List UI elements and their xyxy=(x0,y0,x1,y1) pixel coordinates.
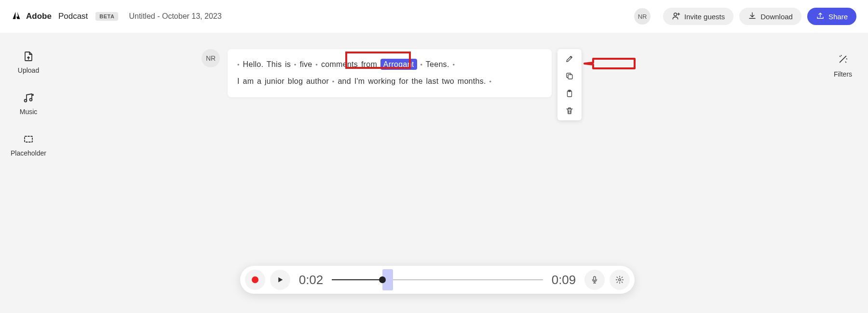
pause-dot-icon: • xyxy=(294,61,297,68)
pencil-icon xyxy=(565,54,574,63)
brand-group: Adobe Podcast BETA xyxy=(12,11,118,22)
pause-dot-icon: • xyxy=(237,61,240,68)
svg-rect-4 xyxy=(568,75,572,79)
mic-button[interactable] xyxy=(584,270,605,290)
context-toolbar xyxy=(557,49,582,120)
download-button[interactable]: Download xyxy=(739,8,801,25)
pause-dot-icon: • xyxy=(452,61,455,68)
invite-label: Invite guests xyxy=(684,13,725,21)
music-label: Music xyxy=(20,108,38,116)
settings-button[interactable] xyxy=(610,270,630,290)
copy-button[interactable] xyxy=(565,71,574,81)
play-icon xyxy=(276,275,285,284)
transcript-block: NR • Hello. This is • five • comments fr… xyxy=(202,49,552,97)
app-name-text: Podcast xyxy=(58,12,88,21)
current-time: 0:02 xyxy=(295,273,327,287)
user-avatar[interactable]: NR xyxy=(634,8,651,25)
play-button[interactable] xyxy=(270,270,290,290)
share-button[interactable]: Share xyxy=(807,8,856,25)
right-sidebar: Filters xyxy=(818,33,868,313)
svg-point-8 xyxy=(619,279,621,281)
svg-point-2 xyxy=(30,99,32,101)
record-button[interactable] xyxy=(245,270,265,290)
pause-dot-icon: • xyxy=(420,61,422,68)
beta-badge: BETA xyxy=(95,12,118,21)
download-label: Download xyxy=(760,13,793,21)
adobe-logo-icon xyxy=(12,11,21,22)
svg-rect-7 xyxy=(594,276,596,280)
sidebar-item-upload[interactable]: Upload xyxy=(18,50,39,74)
share-label: Share xyxy=(828,13,848,21)
filters-label: Filters xyxy=(834,70,852,78)
transcript-line-2[interactable]: I am a junior blog author • and I'm work… xyxy=(237,75,542,89)
pause-dot-icon: • xyxy=(332,78,335,85)
main-content: NR • Hello. This is • five • comments fr… xyxy=(57,33,818,313)
music-icon xyxy=(22,91,35,104)
svg-point-0 xyxy=(674,13,677,16)
record-dot-icon xyxy=(252,276,258,283)
document-title[interactable]: Untitled - October 13, 2023 xyxy=(129,12,221,21)
selected-word[interactable]: Arrogant xyxy=(380,59,417,70)
svg-rect-3 xyxy=(25,136,32,142)
edit-button[interactable] xyxy=(565,54,574,64)
clipboard-icon xyxy=(565,89,574,98)
upload-label: Upload xyxy=(18,66,39,74)
placeholder-icon xyxy=(22,133,35,145)
filters-button[interactable]: Filters xyxy=(834,54,852,78)
share-icon xyxy=(816,12,825,22)
app-header: Adobe Podcast BETA Untitled - October 13… xyxy=(0,0,868,33)
speaker-avatar[interactable]: NR xyxy=(202,49,220,67)
sidebar-item-placeholder[interactable]: Placeholder xyxy=(11,133,46,157)
download-icon xyxy=(748,12,757,22)
gear-icon xyxy=(615,275,624,284)
track-thumb[interactable] xyxy=(379,276,386,283)
delete-button[interactable] xyxy=(565,106,574,116)
workspace: Upload Music Placeholder NR • Hello. Thi… xyxy=(0,33,868,313)
placeholder-label: Placeholder xyxy=(11,149,46,157)
mic-icon xyxy=(590,275,599,284)
svg-point-1 xyxy=(25,100,27,102)
person-plus-icon xyxy=(672,12,680,22)
player-bar: 0:02 0:09 xyxy=(240,266,635,294)
timeline-track[interactable] xyxy=(332,275,543,285)
invite-guests-button[interactable]: Invite guests xyxy=(663,8,733,25)
filters-wand-icon xyxy=(838,54,848,66)
pause-dot-icon: • xyxy=(315,61,318,68)
annotation-arrow xyxy=(583,57,636,70)
transcript-line-1[interactable]: • Hello. This is • five • comments from … xyxy=(237,58,542,72)
trash-icon xyxy=(565,106,574,115)
transcript-card[interactable]: • Hello. This is • five • comments from … xyxy=(228,49,552,97)
copy-icon xyxy=(565,72,574,80)
track-progress xyxy=(332,279,382,280)
brand-text: Adobe xyxy=(26,12,52,21)
pause-dot-icon: • xyxy=(489,78,492,85)
left-sidebar: Upload Music Placeholder xyxy=(0,33,57,313)
upload-file-icon xyxy=(22,50,35,63)
total-time: 0:09 xyxy=(548,273,580,287)
paste-button[interactable] xyxy=(565,89,574,98)
sidebar-item-music[interactable]: Music xyxy=(20,91,38,116)
